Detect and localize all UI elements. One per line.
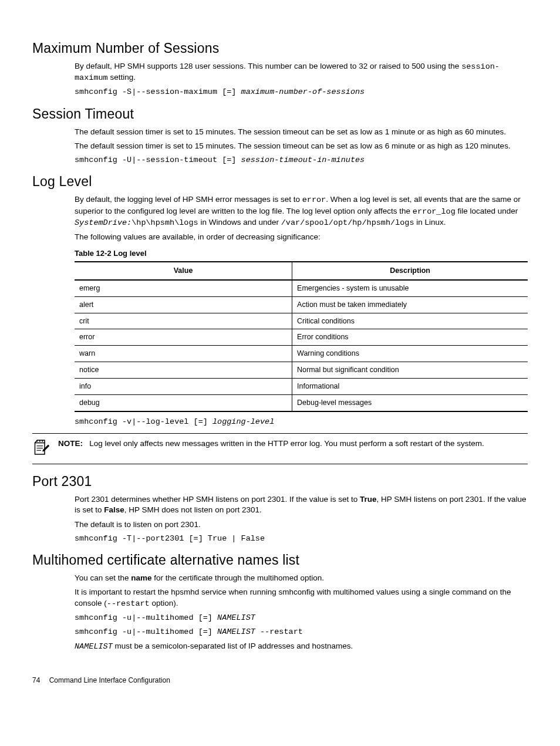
code-namelist: NAMELIST <box>75 642 113 651</box>
cmd-arg: NAMELIST <box>217 627 255 636</box>
heading-port-2301: Port 2301 <box>32 472 528 491</box>
code-restart: --restart <box>107 599 150 608</box>
text: file located under <box>456 207 518 215</box>
text: option). <box>150 599 178 607</box>
cmd-log-level: smhconfig -v|--log-level [=] logging-lev… <box>75 417 528 427</box>
code: error_log <box>413 207 456 216</box>
note-icon <box>32 438 50 459</box>
text: You can set the <box>75 573 131 582</box>
cell-value: emerg <box>75 280 292 296</box>
cmd-prefix: smhconfig -U|--session-timeout [=] <box>75 156 241 164</box>
cell-value: info <box>75 379 292 395</box>
heading-log-level: Log Level <box>32 173 528 191</box>
text: must be a semicolon-separated list of IP… <box>113 642 353 650</box>
para-max-sessions: By default, HP SMH supports 128 user ses… <box>75 61 528 83</box>
text: in Linux. <box>414 218 446 227</box>
cmd-prefix: smhconfig -u|--multihomed [=] <box>75 627 217 636</box>
cmd-arg: maximum-number-of-sessions <box>241 87 365 96</box>
table-row: critCritical conditions <box>75 313 528 329</box>
para-session-timeout-1: The default session timer is set to 15 m… <box>75 127 528 137</box>
page-footer: 74 Command Line Interface Configuration <box>32 676 528 685</box>
cell-desc: Emergencies - system is unusable <box>292 280 528 296</box>
svg-point-1 <box>36 440 38 441</box>
para-multihomed-1: You can set the name for the certificate… <box>75 573 528 583</box>
heading-session-timeout: Session Timeout <box>32 105 528 123</box>
cmd-prefix: smhconfig -u|--multihomed [=] <box>75 613 217 622</box>
cell-value: notice <box>75 362 292 379</box>
footer-title: Command Line Interface Configuration <box>49 676 170 684</box>
cmd-arg: NAMELIST <box>217 613 255 622</box>
code: error <box>302 195 326 204</box>
para-multihomed-3: NAMELIST must be a semicolon-separated l… <box>75 641 528 652</box>
table-row: warnWarning conditions <box>75 346 528 362</box>
cell-value: error <box>75 329 292 346</box>
para-port-2: The default is to listen on port 2301. <box>75 519 528 530</box>
th-value: Value <box>75 262 292 280</box>
table-row: alertAction must be taken immediately <box>75 296 528 313</box>
text: By default, the logging level of HP SMH … <box>75 195 302 204</box>
cell-value: crit <box>75 313 292 329</box>
table-row: infoInformational <box>75 379 528 395</box>
para-multihomed-2: It is important to restart the hpsmhd se… <box>75 587 528 609</box>
bold-name: name <box>131 573 151 582</box>
cell-value: debug <box>75 394 292 411</box>
cell-desc: Action must be taken immediately <box>292 296 528 313</box>
cmd-multihomed-2: smhconfig -u|--multihomed [=] NAMELIST -… <box>75 627 528 637</box>
table-row: emergEmergencies - system is unusable <box>75 280 528 296</box>
cmd-multihomed-1: smhconfig -u|--multihomed [=] NAMELIST <box>75 613 528 623</box>
cell-desc: Informational <box>292 379 528 395</box>
text: , HP SMH does not listen on port 2301. <box>124 505 262 514</box>
text: Port 2301 determines whether HP SMH list… <box>75 495 360 504</box>
cell-value: alert <box>75 296 292 313</box>
cmd-prefix: smhconfig -v|--log-level [=] <box>75 417 212 426</box>
code-ital: SystemDrive: <box>75 218 131 227</box>
code: \hp\hpsmh\logs <box>131 218 198 227</box>
text: By default, HP SMH supports 128 user ses… <box>75 62 461 70</box>
note-label: NOTE: <box>58 439 83 448</box>
para-port-1: Port 2301 determines whether HP SMH list… <box>75 494 528 515</box>
table-row: debugDebug-level messages <box>75 394 528 411</box>
cmd-port-2301: smhconfig -T|--port2301 [=] True | False <box>75 534 528 544</box>
cmd-arg: logging-level <box>212 417 274 426</box>
bold-false: False <box>104 505 124 514</box>
heading-max-sessions: Maximum Number of Sessions <box>32 39 528 58</box>
cell-desc: Normal but significant condition <box>292 362 528 379</box>
para-log-level-2: The following values are available, in o… <box>75 232 528 242</box>
svg-point-3 <box>42 440 43 441</box>
text: setting. <box>108 73 136 82</box>
para-log-level-1: By default, the logging level of HP SMH … <box>75 194 528 228</box>
page-number: 74 <box>32 676 40 685</box>
cell-desc: Warning conditions <box>292 346 528 362</box>
table-log-level: Value Description emergEmergencies - sys… <box>75 261 528 412</box>
table-caption: Table 12-2 Log level <box>75 248 528 259</box>
table-row: errorError conditions <box>75 329 528 346</box>
cell-desc: Debug-level messages <box>292 394 528 411</box>
svg-rect-0 <box>35 443 45 454</box>
heading-multihomed: Multihomed certificate alternative names… <box>32 551 528 569</box>
code: /var/spool/opt/hp/hpsmh/logs <box>281 218 414 227</box>
cmd-max-sessions: smhconfig -S|--session-maximum [=] maxim… <box>75 87 528 97</box>
note-body: Log level only affects new messages writ… <box>89 439 484 448</box>
cell-value: warn <box>75 346 292 362</box>
note-block: NOTE: Log level only affects new message… <box>32 433 528 464</box>
th-description: Description <box>292 262 528 280</box>
cmd-arg: session-timeout-in-minutes <box>241 156 365 164</box>
cell-desc: Critical conditions <box>292 313 528 329</box>
cell-desc: Error conditions <box>292 329 528 346</box>
cmd-prefix: smhconfig -S|--session-maximum [=] <box>75 87 241 96</box>
text: in Windows and under <box>198 218 281 227</box>
para-session-timeout-2: The default session timer is set to 15 m… <box>75 141 528 151</box>
text: for the certificate through the multihom… <box>152 573 324 582</box>
bold-true: True <box>360 495 377 504</box>
table-row: noticeNormal but significant condition <box>75 362 528 379</box>
cmd-suffix: --restart <box>255 627 303 636</box>
cmd-session-timeout: smhconfig -U|--session-timeout [=] sessi… <box>75 155 528 166</box>
note-text: NOTE: Log level only affects new message… <box>58 438 528 449</box>
svg-point-2 <box>39 440 41 441</box>
